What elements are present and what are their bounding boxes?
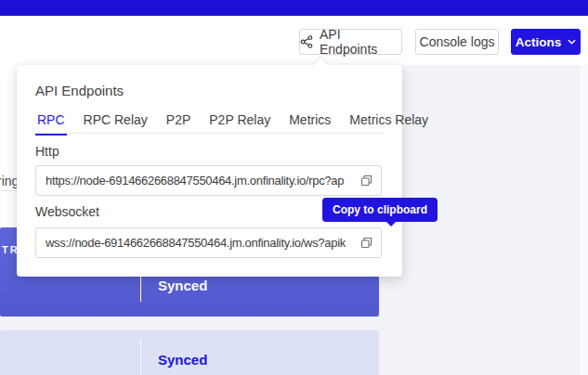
http-endpoint-field (35, 165, 382, 196)
tooltip-arrow (385, 221, 397, 226)
cell-divider (140, 339, 141, 375)
api-endpoints-popover: API Endpoints RPC RPC Relay P2P P2P Rela… (17, 65, 402, 277)
api-endpoints-button-label: API Endpoints (320, 27, 401, 57)
actions-button-label: Actions (516, 35, 562, 49)
actions-button[interactable]: Actions (511, 29, 581, 55)
top-app-bar (0, 0, 588, 16)
websocket-endpoint-input[interactable] (36, 236, 355, 250)
http-label: Http (35, 144, 59, 159)
copy-tooltip: Copy to clipboard (322, 198, 438, 222)
page-header: API Endpoints Console logs Actions (0, 16, 588, 65)
api-endpoints-button[interactable]: API Endpoints (299, 29, 402, 55)
cell-divider (140, 277, 141, 302)
http-endpoint-input[interactable] (36, 174, 355, 188)
copy-tooltip-label: Copy to clipboard (333, 203, 427, 216)
status-badge: Synced (158, 278, 207, 293)
websocket-endpoint-field (35, 227, 382, 258)
scrollbar-track[interactable] (581, 65, 588, 375)
node-row-unselected[interactable]: Synced (0, 330, 379, 375)
status-badge: Synced (158, 352, 207, 368)
copy-http-button[interactable] (355, 170, 377, 192)
console-logs-button[interactable]: Console logs (415, 29, 499, 55)
chevron-down-icon (568, 39, 576, 45)
console-logs-button-label: Console logs (420, 34, 495, 49)
tabs-divider (35, 133, 384, 134)
share-alt-icon (300, 35, 313, 48)
copy-websocket-button[interactable] (355, 232, 377, 254)
websocket-label: Websocket (35, 204, 99, 219)
popover-title: API Endpoints (35, 83, 124, 98)
